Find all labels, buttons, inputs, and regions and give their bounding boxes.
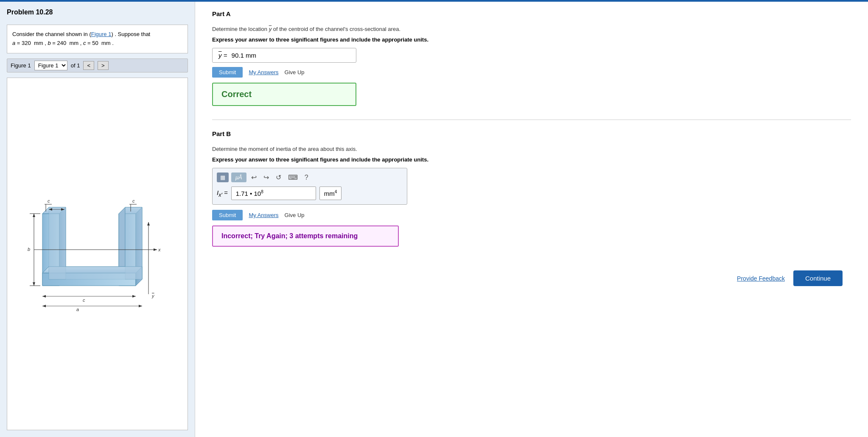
editor-toolbar: ▦ μÅ ↩ ↪ ↺ ⌨ ? (217, 173, 403, 182)
svg-marker-23 (33, 282, 35, 286)
continue-btn[interactable]: Continue (793, 270, 843, 286)
svg-marker-29 (147, 222, 150, 225)
toolbar-undo-btn[interactable]: ↩ (249, 173, 259, 182)
part-b-units-box[interactable]: mm4 (319, 186, 342, 200)
toolbar-redo-btn[interactable]: ↪ (261, 173, 271, 182)
svg-text:y: y (151, 293, 155, 298)
svg-text:x: x (158, 247, 161, 252)
toolbar-mu-btn[interactable]: μÅ (231, 173, 246, 182)
part-a-submit-btn[interactable]: Submit (212, 67, 243, 78)
right-panel: Part A Determine the location y of the c… (195, 2, 868, 437)
figure-prev-btn[interactable]: < (83, 61, 94, 70)
part-a-answer-label: y = (218, 52, 229, 59)
part-b-input-row: Ix′ = 1.71 • 108 mm4 (217, 186, 403, 200)
part-b-bold-instruction: Express your answer to three significant… (212, 156, 851, 163)
part-a-btn-row: Submit My Answers Give Up (212, 67, 851, 78)
figure-nav-bar: Figure 1 Figure 1 of 1 < > (7, 58, 188, 72)
svg-marker-22 (33, 214, 35, 217)
part-b-header: Part B (212, 130, 851, 141)
svg-marker-33 (42, 295, 46, 298)
toolbar-grid-btn[interactable]: ▦ (217, 173, 229, 182)
channel-figure-svg: c c b x y c (17, 188, 178, 320)
svg-marker-12 (49, 267, 142, 279)
svg-text:a: a (76, 307, 79, 312)
part-b-section: Part B Determine the moment of inertia o… (212, 130, 851, 253)
svg-marker-37 (42, 305, 46, 307)
part-a-section: Part A Determine the location y of the c… (212, 10, 851, 109)
svg-text:b: b (28, 247, 30, 252)
part-b-submit-btn[interactable]: Submit (212, 210, 243, 220)
figure-next-btn[interactable]: > (98, 61, 109, 70)
part-b-eq-label: Ix′ = (217, 189, 228, 198)
part-b-incorrect-banner: Incorrect; Try Again; 3 attempts remaini… (212, 225, 399, 247)
part-a-correct-banner: Correct (212, 83, 356, 106)
part-a-give-up-btn[interactable]: Give Up (285, 69, 305, 75)
part-a-bold-instruction: Express your answer to three significant… (212, 36, 851, 43)
part-b-give-up-btn[interactable]: Give Up (285, 212, 305, 218)
units-value: mm4 (324, 189, 337, 197)
svg-text:c: c (83, 298, 85, 303)
figure1-link[interactable]: Figure 1 (91, 31, 112, 37)
figure-nav-label: Figure 1 (11, 62, 31, 69)
toolbar-reset-btn[interactable]: ↺ (274, 173, 283, 182)
description-line1: Consider the channel shown in (Figure 1)… (12, 31, 150, 37)
svg-text:c: c (132, 198, 135, 203)
svg-marker-26 (154, 248, 157, 251)
part-a-answer-box: y = 90.1 mm (212, 48, 356, 63)
toolbar-help-btn[interactable]: ? (302, 173, 311, 182)
provide-feedback-btn[interactable]: Provide Feedback (737, 275, 785, 282)
part-b-instruction: Determine the moment of inertia of the a… (212, 146, 851, 152)
figure-of-label: of 1 (71, 62, 80, 69)
part-a-my-answers-btn[interactable]: My Answers (249, 69, 278, 75)
figure-area: c c b x y c (7, 78, 188, 430)
part-b-btn-row: Submit My Answers Give Up (212, 210, 851, 220)
figure-selector[interactable]: Figure 1 (34, 61, 67, 70)
part-b-math-input[interactable]: 1.71 • 108 (231, 186, 316, 200)
part-b-my-answers-btn[interactable]: My Answers (249, 212, 278, 218)
toolbar-keyboard-btn[interactable]: ⌨ (286, 173, 300, 182)
math-value: 1.71 • 108 (236, 189, 263, 197)
part-divider (212, 120, 851, 120)
footer-row: Provide Feedback Continue (212, 270, 851, 286)
problem-title: Problem 10.28 (7, 8, 188, 16)
svg-text:c: c (48, 198, 50, 203)
svg-marker-34 (132, 295, 136, 298)
description-params: a = 320 mm , b = 240 mm , c = 50 mm . (12, 40, 114, 46)
part-b-answer-editor: ▦ μÅ ↩ ↪ ↺ ⌨ ? Ix′ = 1.71 • 108 mm4 (212, 168, 407, 205)
part-a-header: Part A (212, 10, 851, 21)
grid-icon: ▦ (220, 174, 225, 181)
problem-description: Consider the channel shown in (Figure 1)… (7, 25, 188, 53)
part-a-instruction: Determine the location y of the centroid… (212, 26, 851, 32)
part-a-answer-value: 90.1 mm (232, 52, 256, 59)
svg-marker-38 (139, 305, 142, 307)
